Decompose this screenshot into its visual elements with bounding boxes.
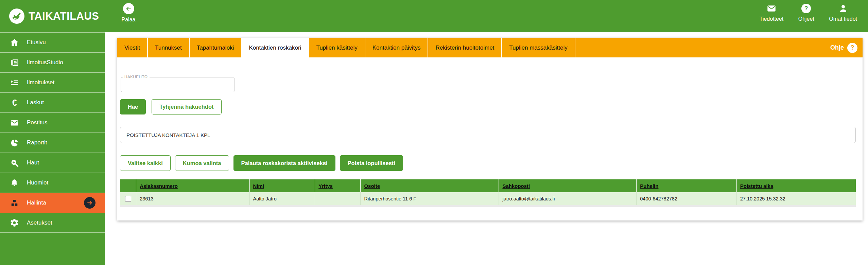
search-buttons-row: Hae Tyhjennä hakuehdot: [120, 99, 856, 114]
topbar-action-label: Tiedotteet: [760, 16, 784, 22]
list-indent-icon: [10, 78, 19, 87]
euro-icon: €: [10, 98, 19, 107]
tab-tuplien-massakasittely[interactable]: Tuplien massakäsittely: [502, 38, 575, 57]
cubes-icon: [10, 198, 19, 208]
table-header-row: Asiakasnumero Nimi Yritys Osoite Sahkopo…: [120, 179, 856, 192]
search-button[interactable]: Hae: [120, 99, 146, 114]
tab-kontaktien-paivitys[interactable]: Kontaktien päivitys: [365, 38, 429, 57]
sidebar-item-etusivu[interactable]: Etusivu: [0, 32, 105, 52]
topbar-action-label: Ohjeet: [798, 16, 814, 22]
tab-tapahtumaloki[interactable]: Tapahtumaloki: [190, 38, 242, 57]
column-header-puhelin[interactable]: Puhelin: [637, 179, 736, 192]
app-root: TAIKATILAUS Palaa Tiedotteet: [0, 0, 868, 265]
gear-icon: [10, 218, 19, 227]
tab-panel-kontaktien-roskakori: HAKUEHTO Hae Tyhjennä hakuehdot POISTETT…: [117, 77, 863, 207]
back-button-label: Palaa: [122, 17, 136, 23]
cell-puhelin: 0400-642782782: [637, 192, 736, 205]
tab-tuplien-kasittely[interactable]: Tuplien käsittely: [309, 38, 365, 57]
sidebar-item-haut[interactable]: Haut: [0, 153, 105, 173]
tab-tunnukset[interactable]: Tunnukset: [148, 38, 190, 57]
cell-yritys: [315, 192, 361, 205]
bell-icon: [10, 178, 19, 188]
tab-kontaktien-roskakori[interactable]: Kontaktien roskakori: [242, 38, 309, 57]
clear-search-button[interactable]: Tyhjennä hakuehdot: [152, 99, 221, 114]
sidebar: Etusivu IlmoitusStudio Ilmoitukset: [0, 32, 105, 265]
topbar-action-tiedotteet[interactable]: Tiedotteet: [760, 3, 784, 22]
select-all-button[interactable]: Valitse kaikki: [120, 155, 171, 171]
table-bottom-strip: [120, 205, 856, 207]
newspaper-icon: [10, 58, 19, 67]
question-circle-icon: ?: [847, 43, 857, 53]
cell-sahkoposti: jatro.aalto@taikatilaus.fi: [499, 192, 637, 205]
cell-nimi: Aalto Jatro: [249, 192, 315, 205]
row-select-checkbox[interactable]: [125, 196, 131, 202]
delete-permanently-button[interactable]: Poista lopullisesti: [340, 155, 403, 171]
topbar-action-label: Omat tiedot: [829, 16, 857, 22]
content-card: Viestit Tunnukset Tapahtumaloki Kontakti…: [117, 38, 863, 220]
sidebar-item-hallinta[interactable]: Hallinta: [0, 193, 105, 213]
column-header-poistettu-aika[interactable]: Poistettu aika: [736, 179, 856, 192]
help-button[interactable]: Ohje ?: [830, 38, 863, 57]
back-button[interactable]: Palaa: [118, 3, 139, 23]
column-header-asiakasnumero[interactable]: Asiakasnumero: [136, 179, 249, 192]
column-header-sahkoposti[interactable]: Sahkoposti: [499, 179, 637, 192]
tab-viestit[interactable]: Viestit: [117, 38, 148, 57]
select-column-header: [120, 179, 136, 192]
pie-chart-icon: [10, 138, 19, 147]
arrow-right-circle-icon: [84, 197, 96, 209]
person-icon: [838, 3, 848, 14]
cell-asiakasnumero: 23613: [136, 192, 249, 205]
sidebar-item-postitus[interactable]: Postitus: [0, 112, 105, 132]
brand-logo-icon: [9, 8, 25, 24]
home-icon: [10, 38, 19, 47]
search-plus-icon: [10, 158, 19, 167]
topbar: TAIKATILAUS Palaa Tiedotteet: [0, 0, 868, 32]
bulk-actions-row: Valitse kaikki Kumoa valinta Palauta ros…: [120, 155, 856, 171]
search-field: HAKUEHTO: [121, 77, 235, 92]
cell-poistettu-aika: 27.10.2025 15.32.32: [736, 192, 856, 205]
column-header-osoite[interactable]: Osoite: [361, 179, 499, 192]
topbar-action-omat-tiedot[interactable]: Omat tiedot: [829, 3, 857, 22]
arrow-left-circle-icon: [123, 3, 134, 14]
result-summary-box: POISTETTUJA KONTAKTEJA 1 KPL: [120, 127, 856, 143]
envelope-icon: [767, 3, 776, 14]
tabbar-spacer: [575, 38, 830, 57]
topbar-actions: Tiedotteet ? Ohjeet Omat tiedot: [760, 3, 857, 22]
column-header-nimi[interactable]: Nimi: [249, 179, 315, 192]
column-header-yritys[interactable]: Yritys: [315, 179, 361, 192]
brand-name: TAIKATILAUS: [29, 10, 99, 22]
search-input[interactable]: [121, 77, 235, 92]
tab-rekisterin-huoltotoimet[interactable]: Rekisterin huoltotoimet: [428, 38, 502, 57]
cell-osoite: Ritariperhosentie 11 6 F: [361, 192, 499, 205]
table-row: 23613 Aalto Jatro Ritariperhosentie 11 6…: [120, 192, 856, 205]
sidebar-item-ilmoitusstudio[interactable]: IlmoitusStudio: [0, 52, 105, 72]
restore-from-trash-button[interactable]: Palauta roskakorista aktiiviseksi: [233, 155, 335, 171]
sidebar-item-laskut[interactable]: € Laskut: [0, 92, 105, 112]
question-circle-icon: ?: [801, 3, 811, 14]
sidebar-item-raportit[interactable]: Raportit: [0, 132, 105, 153]
topbar-action-ohjeet[interactable]: ? Ohjeet: [794, 3, 818, 22]
brand-logo[interactable]: TAIKATILAUS: [9, 0, 99, 32]
tab-bar: Viestit Tunnukset Tapahtumaloki Kontakti…: [117, 38, 863, 57]
sidebar-item-ilmoitukset[interactable]: Ilmoitukset: [0, 72, 105, 92]
sidebar-item-huomiot[interactable]: Huomiot: [0, 173, 105, 193]
undo-selection-button[interactable]: Kumoa valinta: [175, 155, 229, 171]
contacts-table: Asiakasnumero Nimi Yritys Osoite Sahkopo…: [120, 179, 856, 207]
sidebar-item-asetukset[interactable]: Asetukset: [0, 213, 105, 233]
result-summary-text: POISTETTUJA KONTAKTEJA 1 KPL: [126, 132, 210, 138]
envelope-icon: [10, 118, 19, 127]
